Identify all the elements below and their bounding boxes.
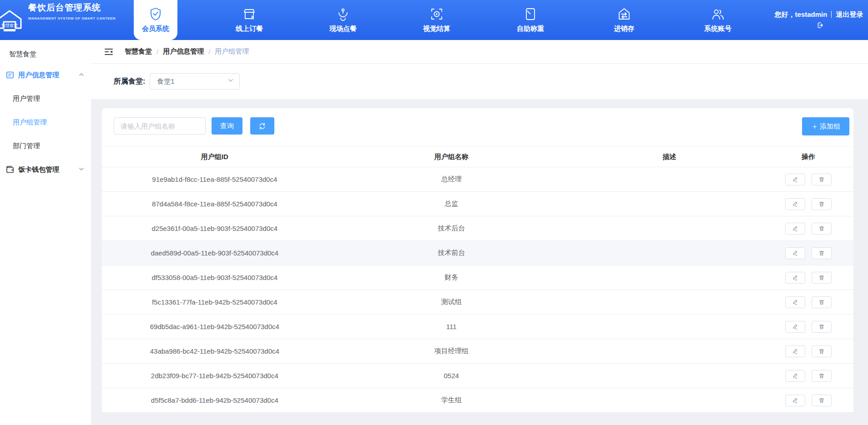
delete-button[interactable]: [812, 247, 832, 259]
header-nav-item[interactable]: 系统账号: [696, 0, 740, 40]
user-group-table: 用户组ID用户组名称描述操作 91e9ab1d-f8cc-11ea-885f-5…: [102, 146, 853, 413]
user-box: 您好，testadmin退出登录: [774, 9, 863, 31]
scan-eye-icon: [429, 7, 444, 21]
row-actions: [763, 345, 853, 357]
header-nav-item[interactable]: 进销存: [602, 0, 646, 40]
table-row: d5f5c8a7-bdd6-11eb-942b-52540073d0c4 学生组: [102, 388, 853, 413]
delete-button[interactable]: [812, 370, 832, 382]
storefront-icon: [242, 7, 257, 21]
edit-button[interactable]: [785, 321, 805, 333]
row-actions: [763, 321, 853, 333]
trash-icon: [818, 373, 825, 379]
refresh-button[interactable]: [250, 117, 274, 135]
delete-button[interactable]: [812, 198, 832, 210]
delete-button[interactable]: [812, 395, 832, 406]
row-actions: [763, 174, 853, 185]
main-content: 智慧食堂/用户信息管理/用户组管理 所属食堂: 食堂1 查询 ＋ 添加组 用户组…: [91, 40, 868, 425]
column-header-操作: 操作: [763, 153, 853, 161]
users-icon: [711, 7, 725, 21]
group-id-cell: 87d4a584-f8ce-11ea-885f-52540073d0c4: [102, 200, 328, 208]
pencil-icon: [792, 250, 798, 256]
group-name-search-input[interactable]: [114, 117, 206, 135]
header-nav-item[interactable]: 线上订餐: [227, 0, 271, 40]
logout-button[interactable]: 退出登录: [836, 10, 863, 18]
table-row: 69db5dac-a961-11eb-942b-52540073d0c4 111: [102, 315, 853, 339]
group-id-cell: 2db23f09-bc77-11eb-942b-52540073d0c4: [102, 372, 328, 380]
header-nav-item[interactable]: 视觉结算: [415, 0, 459, 40]
edit-button[interactable]: [785, 247, 805, 259]
header-nav-item[interactable]: 现场点餐: [321, 0, 365, 40]
delete-button[interactable]: [812, 272, 832, 284]
delete-button[interactable]: [812, 296, 832, 308]
card-toolbar: 查询 ＋ 添加组: [102, 108, 853, 146]
edit-button[interactable]: [785, 345, 805, 357]
header-nav-item[interactable]: 会员系统: [134, 0, 177, 40]
logout-icon[interactable]: [814, 21, 823, 29]
trash-icon: [818, 348, 825, 355]
user-doc-icon: [5, 70, 15, 80]
user-group-card: 查询 ＋ 添加组 用户组ID用户组名称描述操作 91e9ab1d-f8cc-11…: [102, 108, 853, 413]
delete-button[interactable]: [812, 174, 832, 185]
sidebar-group-用户信息管理[interactable]: 用户信息管理: [0, 63, 91, 87]
group-id-cell: d25e361f-00a5-11eb-903f-52540073d0c4: [102, 225, 328, 232]
sidebar-item-部门管理[interactable]: 部门管理: [0, 134, 91, 158]
sidebar-item-用户组管理[interactable]: 用户组管理: [0, 110, 91, 134]
breadcrumb: 智慧食堂/用户信息管理/用户组管理: [125, 47, 249, 56]
table-row: 87d4a584-f8ce-11ea-885f-52540073d0c4 总监: [102, 192, 853, 216]
breadcrumb-bar: 智慧食堂/用户信息管理/用户组管理: [91, 40, 868, 64]
chevron-down-icon: [227, 77, 234, 85]
table-row: 43aba986-bc42-11eb-942b-52540073d0c4 项目经…: [102, 339, 853, 364]
table-row: 2db23f09-bc77-11eb-942b-52540073d0c4 052…: [102, 364, 853, 388]
app-logo: 智慧食堂: [0, 8, 25, 34]
sidebar-group-label: 饭卡钱包管理: [18, 165, 78, 174]
table-body: 91e9ab1d-f8cc-11ea-885f-52540073d0c4 总经理…: [102, 167, 853, 413]
query-button[interactable]: 查询: [212, 117, 242, 135]
breadcrumb-item[interactable]: 用户信息管理: [163, 47, 204, 56]
delete-button[interactable]: [812, 223, 832, 235]
sidebar-group-饭卡钱包管理[interactable]: 饭卡钱包管理: [0, 158, 91, 181]
group-id-cell: 69db5dac-a961-11eb-942b-52540073d0c4: [102, 323, 328, 330]
pencil-icon: [792, 299, 798, 305]
nav-label: 视觉结算: [423, 25, 450, 33]
group-id-cell: 91e9ab1d-f8cc-11ea-885f-52540073d0c4: [102, 175, 328, 183]
brand-block: 餐饮后台管理系统 MANAGEMENT SYSTEM OF SMART CANT…: [28, 2, 116, 20]
breadcrumb-item[interactable]: 智慧食堂: [125, 47, 152, 56]
pencil-icon: [792, 176, 798, 183]
row-actions: [763, 395, 853, 406]
table-row: f5c13361-77fa-11eb-942b-52540073d0c4 测试组: [102, 290, 853, 315]
wallet-icon: [5, 165, 15, 174]
sidebar-item-用户管理[interactable]: 用户管理: [0, 87, 91, 110]
group-id-cell: 43aba986-bc42-11eb-942b-52540073d0c4: [102, 347, 328, 355]
cloche-icon: [336, 7, 350, 21]
edit-button[interactable]: [785, 395, 805, 406]
edit-button[interactable]: [785, 272, 805, 284]
delete-button[interactable]: [812, 345, 832, 357]
sidebar-group-label: 用户信息管理: [18, 71, 78, 80]
group-name-cell: 技术前台: [328, 249, 575, 257]
group-name-cell: 测试组: [328, 298, 575, 306]
app-subtitle: MANAGEMENT SYSTEM OF SMART CANTEEN: [28, 16, 116, 20]
edit-button[interactable]: [785, 296, 805, 308]
canteen-logo-icon: 智慧食堂: [0, 8, 25, 34]
edit-button[interactable]: [785, 198, 805, 210]
collapse-menu-icon[interactable]: [104, 47, 114, 57]
column-header-用户组名称: 用户组名称: [328, 153, 575, 161]
canteen-filter-label: 所属食堂:: [114, 77, 145, 86]
table-header-row: 用户组ID用户组名称描述操作: [102, 146, 853, 167]
trash-icon: [818, 397, 825, 404]
column-header-描述: 描述: [575, 153, 763, 161]
trash-icon: [818, 324, 825, 330]
pencil-icon: [792, 348, 798, 355]
group-name-cell: 总监: [328, 200, 575, 208]
nav-label: 系统账号: [704, 25, 732, 33]
canteen-select[interactable]: 食堂1: [150, 73, 240, 90]
row-actions: [763, 296, 853, 308]
edit-button[interactable]: [785, 223, 805, 235]
edit-button[interactable]: [785, 370, 805, 382]
header-nav-item[interactable]: 自助称重: [509, 0, 552, 40]
edit-button[interactable]: [785, 174, 805, 185]
add-group-button[interactable]: ＋ 添加组: [802, 117, 849, 135]
group-id-cell: daed589d-00a5-11eb-903f-52540073d0c4: [102, 249, 328, 257]
delete-button[interactable]: [812, 321, 832, 333]
sidebar-menu: 用户信息管理用户管理用户组管理部门管理饭卡钱包管理: [0, 63, 91, 181]
